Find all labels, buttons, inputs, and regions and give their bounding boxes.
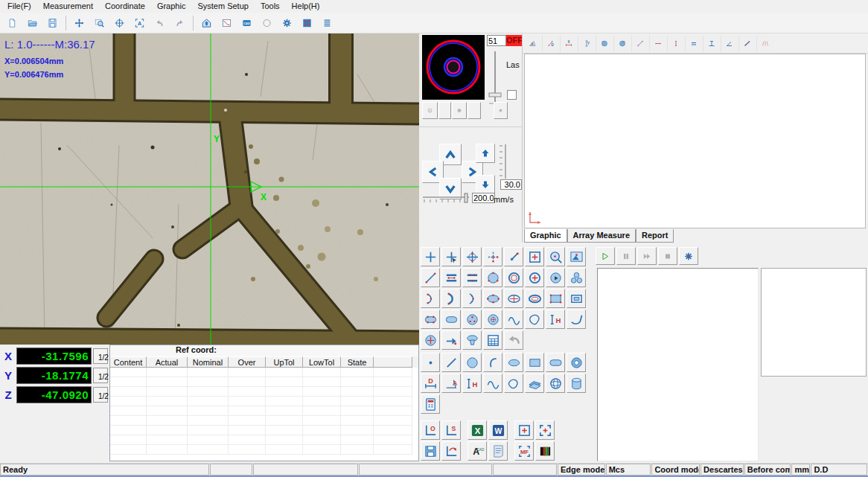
ring-light-preview[interactable]: [422, 35, 485, 100]
laser-checkbox[interactable]: [507, 90, 517, 100]
angle-measure-button[interactable]: A: [524, 35, 542, 52]
ref-col-lowtol[interactable]: LowTol: [303, 356, 341, 368]
dro-half-button[interactable]: 1/2: [93, 368, 108, 383]
box-plus-button[interactable]: [514, 420, 534, 440]
menu-help-h[interactable]: Help(H): [286, 1, 326, 12]
tab-report[interactable]: Report: [636, 229, 674, 243]
pedestal-button[interactable]: [462, 330, 482, 350]
line-thick-button[interactable]: [738, 35, 756, 52]
arc-thick-button[interactable]: [441, 289, 461, 308]
zoom-point-button[interactable]: [546, 247, 565, 266]
calculator-button[interactable]: [421, 394, 440, 414]
spline-button[interactable]: [525, 310, 544, 329]
run-settings-button[interactable]: [679, 247, 698, 265]
save-file-button[interactable]: [42, 13, 63, 32]
parallel-button[interactable]: [685, 35, 703, 52]
center-target-button[interactable]: [109, 13, 130, 32]
ref-col-content[interactable]: Content: [110, 356, 147, 368]
width-measure2-button[interactable]: [462, 268, 482, 287]
home-button[interactable]: [197, 13, 217, 32]
circle-button[interactable]: [462, 353, 482, 372]
distance-y-button[interactable]: Y: [578, 35, 596, 52]
angle-a-button[interactable]: A: [441, 374, 461, 393]
slot-points-button[interactable]: [421, 310, 440, 329]
fastforward-button[interactable]: [637, 247, 657, 265]
open-folder-button[interactable]: [22, 13, 42, 32]
ring-target-button[interactable]: [483, 310, 502, 329]
excel-button[interactable]: X: [467, 420, 487, 440]
hseg-button[interactable]: [649, 35, 667, 52]
save-disk-button[interactable]: [421, 441, 440, 461]
slot2-button[interactable]: [546, 353, 565, 372]
rect-inner-button[interactable]: [567, 289, 586, 308]
box-cross-button[interactable]: [525, 247, 544, 266]
ellipse-points-button[interactable]: [483, 289, 502, 308]
result-list[interactable]: [597, 268, 759, 461]
pause-button[interactable]: [616, 247, 636, 265]
graphic-canvas[interactable]: [524, 54, 866, 228]
menu-graphic[interactable]: Graphic: [151, 1, 192, 12]
ref-col-actual[interactable]: Actual: [147, 356, 188, 368]
ring2-button[interactable]: [567, 353, 586, 372]
spline2-button[interactable]: [504, 374, 523, 393]
undo-button[interactable]: [150, 13, 170, 32]
zoom-region-button[interactable]: [89, 13, 109, 32]
menu-system-setup[interactable]: System Setup: [191, 1, 254, 12]
light-value-input[interactable]: [487, 35, 506, 46]
z-speed-slider[interactable]: [498, 142, 508, 181]
curve-chart-button[interactable]: [217, 13, 237, 32]
camera-viewport[interactable]: Y X L: 1.0------M:36.17 X=0.006504mm Y=0…: [0, 33, 419, 345]
new-document-button[interactable]: [2, 13, 22, 32]
menu-measurement[interactable]: Measurement: [37, 1, 99, 12]
grid-table-button[interactable]: [483, 330, 502, 350]
tab-array-measure[interactable]: Array Measure: [567, 229, 636, 243]
crosshair-target-button[interactable]: [462, 247, 482, 266]
jog-z-up-button[interactable]: [476, 144, 495, 163]
play-button[interactable]: [596, 247, 615, 265]
goto-point-button[interactable]: [441, 330, 461, 350]
back-gray-button[interactable]: [504, 330, 523, 350]
ref-col-nominal[interactable]: Nominal: [188, 356, 229, 368]
cylinder-button[interactable]: [567, 374, 586, 393]
rect-button[interactable]: [525, 353, 544, 372]
line-measure-button[interactable]: [631, 35, 649, 52]
ref-col-over[interactable]: Over: [229, 356, 266, 368]
light-blank-button[interactable]: [467, 102, 481, 119]
ref-col-blank[interactable]: [374, 356, 412, 368]
circle-sample-button[interactable]: [483, 268, 502, 287]
axis-curve-button[interactable]: [441, 441, 461, 461]
arc-open-button[interactable]: [483, 353, 502, 372]
jog-z-down-button[interactable]: [476, 175, 495, 194]
mf-frame-button[interactable]: MF: [514, 441, 534, 461]
crosshair-button[interactable]: [421, 247, 440, 266]
light-off-toggle[interactable]: OFF: [506, 35, 522, 46]
wave2-button[interactable]: [483, 374, 502, 393]
crosshair-pick-button[interactable]: [441, 247, 461, 266]
line-button[interactable]: [441, 353, 461, 372]
redo-button[interactable]: [170, 13, 190, 32]
point-arrow-button[interactable]: [504, 247, 523, 266]
menu-coordinate[interactable]: Coordinate: [99, 1, 151, 12]
arc-button[interactable]: [421, 289, 440, 308]
layers-button[interactable]: [525, 374, 544, 393]
point-button[interactable]: [421, 353, 440, 372]
circle-run-button[interactable]: [546, 268, 565, 287]
vseg-button[interactable]: [667, 35, 685, 52]
angle-button[interactable]: [721, 35, 738, 52]
image-locate-button[interactable]: [567, 247, 586, 266]
autofocus-button[interactable]: A: [130, 13, 150, 32]
axis-s-button[interactable]: S: [441, 420, 461, 440]
ring-cross-button[interactable]: [525, 268, 544, 287]
colorbars-button[interactable]: [535, 441, 555, 461]
ref-col-uptol[interactable]: UpTol: [266, 356, 303, 368]
sphere-button[interactable]: [546, 374, 565, 393]
ring-light-a-button[interactable]: [422, 102, 438, 119]
distance-d-measure-button[interactable]: D: [542, 35, 560, 52]
height-h-button[interactable]: H: [462, 374, 482, 393]
circle-group-button[interactable]: [567, 268, 586, 287]
ring-button[interactable]: [504, 268, 523, 287]
crosshair-dashed-button[interactable]: [483, 247, 502, 266]
dro-half-button[interactable]: 1/2: [93, 387, 108, 403]
menu-lines-button[interactable]: [317, 13, 337, 32]
notepad-button[interactable]: [488, 441, 508, 461]
